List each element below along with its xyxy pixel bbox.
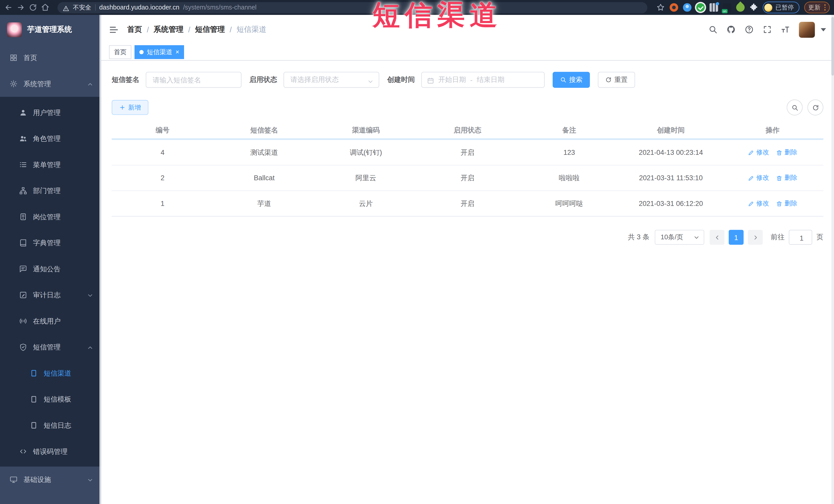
sidebar-item-home[interactable]: 首页 <box>0 45 101 71</box>
next-page-button[interactable] <box>748 230 763 245</box>
hamburger-icon[interactable] <box>109 25 118 34</box>
sidebar-item-dict-management[interactable]: 字典管理 <box>0 230 101 256</box>
browser-menu-dots-icon[interactable] <box>824 4 826 10</box>
avatar[interactable] <box>799 22 815 38</box>
end-date-placeholder[interactable]: 结束日期 <box>477 75 504 85</box>
search-button[interactable]: 搜索 <box>553 72 590 88</box>
sign-input[interactable] <box>146 76 241 84</box>
address-bar[interactable]: 不安全 dashboard.yudao.iocoder.cn/system/sm… <box>58 2 648 13</box>
sidebar-item-department-management[interactable]: 部门管理 <box>0 178 101 204</box>
extension-leaf-icon[interactable] <box>734 2 746 14</box>
sidebar-scrollbar[interactable] <box>99 15 101 504</box>
extension-blue-pin-icon[interactable] <box>683 3 692 12</box>
breadcrumb: 首页 / 系统管理 / 短信管理 / 短信渠道 <box>127 25 266 34</box>
delete-link[interactable]: 删除 <box>776 199 797 208</box>
sidebar-item-notice-announcement[interactable]: 通知公告 <box>0 256 101 282</box>
update-button[interactable]: 更新 <box>804 2 830 13</box>
chevron-down-icon <box>87 292 93 298</box>
edit-note-icon <box>19 291 27 299</box>
refresh-table-button[interactable] <box>807 100 823 115</box>
col-id: 编号 <box>112 126 213 135</box>
col-status: 启用状态 <box>417 126 518 135</box>
add-button[interactable]: 新增 <box>112 100 148 115</box>
tab-close-icon[interactable]: × <box>176 49 179 56</box>
paused-chip[interactable]: 已暂停 <box>763 2 799 13</box>
browser-forward-icon[interactable] <box>17 3 25 12</box>
date-range-picker[interactable]: 开始日期 - 结束日期 <box>421 72 545 88</box>
extension-grid-icon[interactable] <box>709 3 718 12</box>
col-remark: 备注 <box>518 126 620 135</box>
sidebar-item-post-management[interactable]: 岗位管理 <box>0 204 101 230</box>
delete-link[interactable]: 删除 <box>776 148 797 157</box>
page-scrollbar[interactable] <box>831 15 834 504</box>
fullscreen-icon[interactable] <box>763 25 772 34</box>
sidebar-item-role-management[interactable]: 角色管理 <box>0 126 101 152</box>
sidebar-menu: 首页 系统管理 用户管理 角色管理 <box>0 45 101 493</box>
url-path: /system/sms/sms-channel <box>183 4 257 11</box>
breadcrumb-home[interactable]: 首页 <box>127 25 142 34</box>
sidebar-item-system-management[interactable]: 系统管理 <box>0 71 101 97</box>
sidebar-logo-row[interactable]: 芋道管理系统 <box>0 15 101 45</box>
browser-home-icon[interactable] <box>41 3 49 12</box>
help-icon[interactable] <box>745 25 754 34</box>
page-content: 短信签名 启用状态 请选择启用状态 创建时间 开始日期 - 结束日期 <box>101 61 834 504</box>
reset-button[interactable]: 重置 <box>598 72 635 88</box>
table-row: 4 测试渠道 调试(钉钉) 开启 123 2021-04-13 00:23:14… <box>112 140 823 165</box>
browser-toolbar: 不安全 dashboard.yudao.iocoder.cn/system/sm… <box>0 0 834 16</box>
edit-link[interactable]: 修改 <box>748 148 769 157</box>
edit-link[interactable]: 修改 <box>748 174 769 182</box>
sidebar-item-menu-management[interactable]: 菜单管理 <box>0 152 101 178</box>
page-size-select[interactable]: 10条/页 <box>655 230 704 245</box>
font-size-icon[interactable] <box>781 25 790 34</box>
sidebar-item-sms-template[interactable]: 短信模板 <box>0 386 101 412</box>
start-date-placeholder[interactable]: 开始日期 <box>438 75 466 85</box>
toggle-search-button[interactable] <box>787 100 803 115</box>
tab-sms-channel[interactable]: 短信渠道 × <box>134 45 184 59</box>
status-select[interactable]: 请选择启用状态 <box>283 72 379 88</box>
github-icon[interactable] <box>726 25 736 34</box>
pagination-goto: 前往 页 <box>771 230 823 245</box>
bookmark-star-icon[interactable] <box>656 3 665 12</box>
edit-link[interactable]: 修改 <box>748 199 769 208</box>
time-label: 创建时间 <box>387 75 415 85</box>
sidebar-item-audit-log[interactable]: 审计日志 <box>0 282 101 308</box>
breadcrumb-sms-management[interactable]: 短信管理 <box>195 25 225 34</box>
extension-on-badge-icon[interactable] <box>723 3 731 12</box>
extension-orange-donut-icon[interactable] <box>670 3 678 12</box>
not-secure-label[interactable]: 不安全 <box>73 3 91 11</box>
toolbar-right <box>787 100 824 115</box>
sidebar-item-error-code-management[interactable]: 错误码管理 <box>0 438 101 464</box>
sidebar-item-user-management[interactable]: 用户管理 <box>0 100 101 126</box>
plus-icon <box>119 104 126 111</box>
col-created: 创建时间 <box>620 126 722 135</box>
avatar-caret-down-icon[interactable] <box>821 28 826 31</box>
app-header: 首页 / 系统管理 / 短信管理 / 短信渠道 <box>101 15 834 44</box>
search-icon <box>560 76 567 83</box>
pagination: 共 3 条 10条/页 1 前往 页 <box>112 230 823 245</box>
breadcrumb-system-management[interactable]: 系统管理 <box>154 25 183 34</box>
browser-back-icon[interactable] <box>4 3 13 12</box>
goto-page-input-wrapper <box>789 230 812 245</box>
sign-input-wrapper <box>146 72 242 88</box>
sidebar-item-sms-channel[interactable]: 短信渠道 <box>0 360 101 387</box>
extension-green-check-icon[interactable] <box>696 3 705 12</box>
prev-page-button[interactable] <box>709 230 724 245</box>
goto-page-input[interactable] <box>789 230 814 245</box>
sidebar-item-sms-management[interactable]: 短信管理 <box>0 334 101 360</box>
url-domain: dashboard.yudao.iocoder.cn <box>99 4 179 11</box>
active-tab-dot <box>139 50 144 54</box>
sms-channel-table: 编号 短信签名 渠道编码 启用状态 备注 创建时间 操作 4 测试渠道 调试(钉… <box>112 123 823 217</box>
sidebar-item-infrastructure[interactable]: 基础设施 <box>0 466 101 493</box>
browser-reload-icon[interactable] <box>29 3 37 12</box>
delete-link[interactable]: 删除 <box>776 174 797 182</box>
col-code: 渠道编码 <box>315 126 417 135</box>
page-number-1[interactable]: 1 <box>729 230 744 245</box>
extension-puzzle-icon[interactable] <box>749 3 758 12</box>
tab-home[interactable]: 首页 <box>109 45 131 59</box>
header-search-icon[interactable] <box>708 25 718 34</box>
app-title: 芋道管理系统 <box>27 25 72 35</box>
url-separator <box>95 4 95 11</box>
sidebar-item-sms-log[interactable]: 短信日志 <box>0 412 101 439</box>
sidebar-item-online-users[interactable]: 在线用户 <box>0 308 101 334</box>
scrollbar-thumb[interactable] <box>831 17 834 75</box>
